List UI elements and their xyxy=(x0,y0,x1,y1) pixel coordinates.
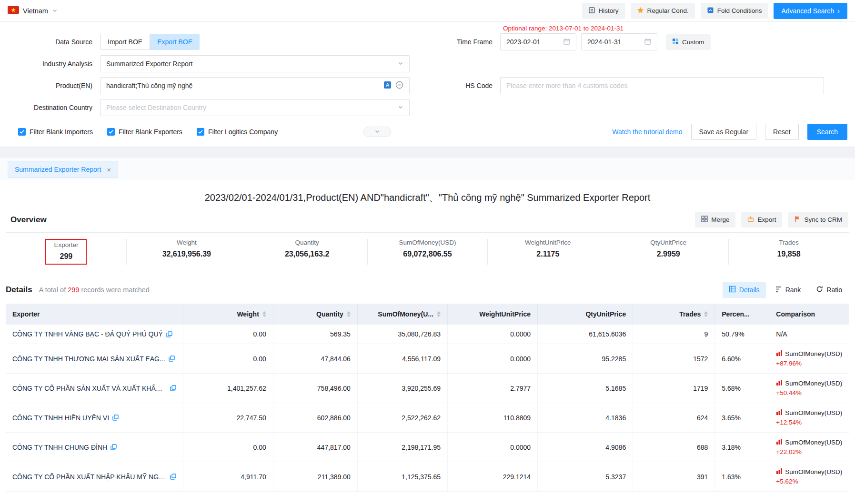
tab-summarized-exporter-report[interactable]: Summarized Exporter Report × xyxy=(8,161,118,178)
vietnam-flag-icon xyxy=(8,6,19,15)
weight-unit-price-cell: 0.0000 xyxy=(447,433,537,462)
copy-icon[interactable] xyxy=(166,331,172,337)
fold-conditions-button[interactable]: Fold Conditions xyxy=(701,3,768,19)
stat-quantity: Quantity 23,056,163.2 xyxy=(247,239,367,265)
comparison-delta: +50.44% xyxy=(776,389,843,397)
destination-country-label: Destination Country xyxy=(0,104,100,111)
export-button[interactable]: Export xyxy=(741,212,782,227)
table-row[interactable]: CÔNG TY TNHH HIỀN UYÊN VI 22,747.50 602,… xyxy=(6,403,849,433)
save-as-regular-button[interactable]: Save as Regular xyxy=(691,124,757,140)
table-row[interactable]: CÔNG TY CỔ PHẦN SẢN XUẤT VÀ XUẤT KHẨU ..… xyxy=(6,374,849,403)
sum-cell: 35,080,726.83 xyxy=(357,325,447,344)
star-icon xyxy=(637,7,644,15)
filter-blank-exporters-checkbox[interactable]: Filter Blank Exporters xyxy=(107,128,182,136)
sort-icon[interactable] xyxy=(704,311,708,317)
comparison-cell: SumOfMoney(USD) +5.62% xyxy=(769,462,849,492)
stat-trades: Trades 19,858 xyxy=(728,239,849,265)
exporter-name[interactable]: CÔNG TY TNHH HIỀN UYÊN VI xyxy=(12,414,109,422)
date-from-input[interactable]: 2023-02-01 xyxy=(500,33,576,50)
copy-icon[interactable] xyxy=(112,415,119,421)
sum-cell: 1,125,375.65 xyxy=(357,462,447,492)
sort-icon[interactable] xyxy=(347,311,351,317)
percent-cell: 3.65% xyxy=(715,403,769,433)
tutorial-demo-link[interactable]: Watch the tutorial demo xyxy=(612,128,682,136)
date-to-input[interactable]: 2024-01-31 xyxy=(581,33,657,50)
trades-cell: 1572 xyxy=(633,344,715,374)
merge-label: Merge xyxy=(711,216,729,223)
stat-value: 299 xyxy=(54,252,78,261)
advanced-search-button[interactable]: Advanced Search › xyxy=(774,3,847,19)
view-rank-button[interactable]: Rank xyxy=(769,282,807,298)
history-label: History xyxy=(599,7,619,14)
table-row[interactable]: CÔNG TY TNHH CHUNG ĐỈNH 0.00 447,817.00 … xyxy=(6,433,849,462)
export-icon xyxy=(747,216,754,224)
sum-cell: 3,920,255.69 xyxy=(357,374,447,403)
stat-value: 2.9959 xyxy=(608,250,728,258)
export-boe-button[interactable]: Export BOE xyxy=(150,34,200,50)
stat-label: Trades xyxy=(729,239,849,246)
country-selector[interactable]: Vietnam xyxy=(8,6,58,15)
stat-value: 32,619,956.39 xyxy=(127,250,247,258)
bar-chart-icon xyxy=(776,468,783,476)
copy-icon[interactable] xyxy=(170,385,176,391)
col-quantity: Quantity xyxy=(273,304,357,325)
table-row[interactable]: CÔNG TY TNHH THƯƠNG MẠI SẢN XUẤT EAG... … xyxy=(6,344,849,374)
view-rank-label: Rank xyxy=(785,286,801,294)
filter-blank-importers-checkbox[interactable]: Filter Blank Importers xyxy=(18,128,93,136)
stat-label: WeightUnitPrice xyxy=(488,239,608,246)
product-en-input[interactable] xyxy=(106,82,383,89)
merge-button[interactable]: Merge xyxy=(695,212,735,227)
copy-icon[interactable] xyxy=(170,474,176,480)
table-row[interactable]: CÔNG TY TNHH VÀNG BẠC - ĐÁ QUÝ PHÚ QUÝ 0… xyxy=(6,325,849,344)
custom-range-button[interactable]: Custom xyxy=(666,34,711,50)
search-button[interactable]: Search xyxy=(807,124,847,140)
destination-country-placeholder: Please select Destination Country xyxy=(106,104,206,111)
data-source-toggle: Import BOE Export BOE xyxy=(100,34,200,50)
reset-button[interactable]: Reset xyxy=(765,124,799,140)
exporter-name[interactable]: CÔNG TY TNHH CHUNG ĐỈNH xyxy=(12,444,107,451)
qty-unit-price-cell: 5.1685 xyxy=(538,374,633,403)
qty-unit-price-cell: 4.9086 xyxy=(538,433,633,462)
bar-chart-icon xyxy=(776,438,783,446)
collapse-form-button[interactable] xyxy=(363,127,391,137)
sync-to-crm-button[interactable]: Sync to CRM xyxy=(788,212,848,227)
exporter-name[interactable]: CÔNG TY TNHH THƯƠNG MẠI SẢN XUẤT EAG... xyxy=(12,355,165,363)
translate-icon[interactable]: A xyxy=(383,81,392,90)
copy-icon[interactable] xyxy=(111,444,117,450)
stat-exporter: Exporter 299 xyxy=(6,239,126,265)
sum-cell: 4,556,117.09 xyxy=(357,344,447,374)
history-button[interactable]: History xyxy=(582,3,625,19)
exporter-name[interactable]: CÔNG TY TNHH VÀNG BẠC - ĐÁ QUÝ PHÚ QUÝ xyxy=(12,330,163,338)
sort-icon[interactable] xyxy=(437,311,441,317)
table-row[interactable]: CÔNG TY CỔ PHẦN XUẤT NHẬP KHẨU MỸ NGH...… xyxy=(6,462,849,492)
close-icon[interactable]: × xyxy=(107,166,111,174)
col-percent: Percen... xyxy=(715,304,769,325)
destination-country-select[interactable]: Please select Destination Country xyxy=(100,99,410,116)
copy-icon[interactable] xyxy=(169,356,175,362)
sort-icon[interactable] xyxy=(262,311,266,317)
view-details-label: Details xyxy=(739,286,760,294)
quantity-cell: 569.35 xyxy=(273,325,357,344)
trades-cell: 391 xyxy=(633,462,715,492)
view-details-button[interactable]: Details xyxy=(723,282,766,298)
svg-text:A: A xyxy=(386,82,389,88)
stat-label: Weight xyxy=(127,239,247,246)
exporter-name[interactable]: CÔNG TY CỔ PHẦN SẢN XUẤT VÀ XUẤT KHẨU ..… xyxy=(12,385,167,392)
chevron-down-icon xyxy=(398,60,403,68)
calendar-icon xyxy=(644,38,651,46)
filter-logistics-company-checkbox[interactable]: Filter Logitics Company xyxy=(197,128,278,136)
industry-analysis-label: Industry Analysis xyxy=(0,60,100,68)
import-boe-button[interactable]: Import BOE xyxy=(100,34,150,50)
exporter-name[interactable]: CÔNG TY CỔ PHẦN XUẤT NHẬP KHẨU MỸ NGH... xyxy=(12,473,167,481)
chevron-down-icon xyxy=(398,104,403,111)
stat-weight: Weight 32,619,956.39 xyxy=(126,239,247,265)
section-divider xyxy=(0,147,855,158)
industry-analysis-select[interactable]: Summarized Exporter Report xyxy=(100,55,410,72)
view-ratio-button[interactable]: Ratio xyxy=(810,282,848,298)
synonym-icon[interactable] xyxy=(395,81,403,90)
col-exporter: Exporter xyxy=(6,304,183,325)
hs-code-input[interactable] xyxy=(506,82,818,89)
regular-cond-button[interactable]: Regular Cond. xyxy=(631,3,695,19)
checkbox-checked-icon xyxy=(197,128,204,136)
stat-value: 2.1175 xyxy=(488,250,608,258)
